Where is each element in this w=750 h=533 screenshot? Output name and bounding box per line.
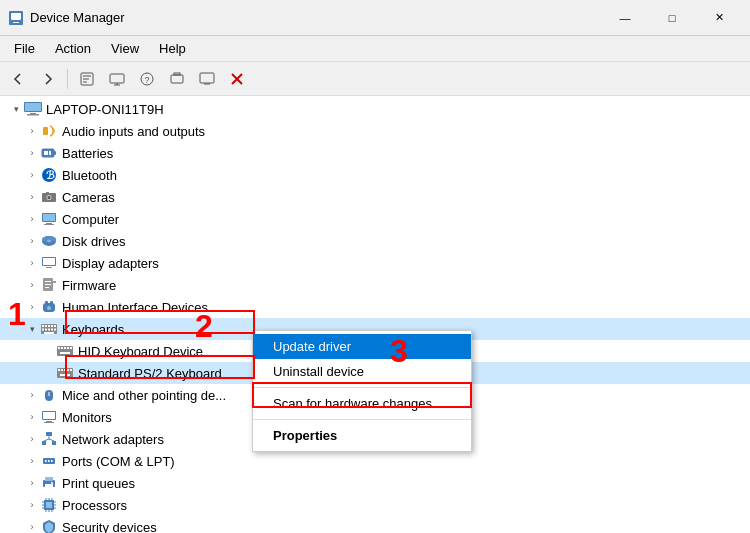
bluetooth-expand-icon[interactable]: ›	[24, 167, 40, 183]
app-icon	[8, 10, 24, 26]
context-separator	[253, 387, 471, 388]
svg-rect-7	[110, 74, 124, 83]
hid-expand-icon[interactable]: ›	[24, 299, 40, 315]
tree-item-firmware[interactable]: › Firmware	[0, 274, 750, 296]
audio-expand-icon[interactable]: ›	[24, 123, 40, 139]
computer-label: Computer	[62, 212, 119, 227]
annotation-2: 2	[195, 310, 213, 342]
svg-rect-54	[45, 325, 47, 327]
svg-rect-57	[54, 325, 56, 327]
properties-button[interactable]	[73, 66, 101, 92]
svg-rect-36	[44, 224, 54, 225]
update-driver-toolbar-button[interactable]	[103, 66, 131, 92]
mice-expand-icon[interactable]: ›	[24, 387, 40, 403]
audio-icon	[40, 123, 58, 139]
tree-item-bluetooth[interactable]: › ℬ Bluetooth	[0, 164, 750, 186]
security-expand-icon[interactable]: ›	[24, 519, 40, 533]
display-icon	[40, 255, 58, 271]
svg-line-89	[49, 439, 54, 441]
root-label: LAPTOP-ONI11T9H	[46, 102, 164, 117]
svg-rect-70	[60, 352, 70, 354]
batteries-expand-icon[interactable]: ›	[24, 145, 40, 161]
tree-item-audio[interactable]: › Audio inputs and outputs	[0, 120, 750, 142]
bluetooth-icon: ℬ	[40, 167, 58, 183]
ports-label: Ports (COM & LPT)	[62, 454, 175, 469]
remove-button[interactable]	[223, 66, 251, 92]
svg-rect-66	[61, 347, 63, 349]
keyboards-expand-icon[interactable]: ▾	[24, 321, 40, 337]
svg-rect-72	[58, 369, 60, 371]
firmware-icon	[40, 277, 58, 293]
svg-rect-44	[53, 281, 56, 283]
tree-item-processors[interactable]: › Proces	[0, 494, 750, 516]
tree-item-disk[interactable]: › Disk drives	[0, 230, 750, 252]
context-properties[interactable]: Properties	[253, 423, 471, 448]
help-button[interactable]: ?	[133, 66, 161, 92]
device-tree[interactable]: ▾ LAPTOP-ONI11T9H ›	[0, 96, 750, 533]
display-button[interactable]	[193, 66, 221, 92]
maximize-button[interactable]: □	[649, 3, 695, 33]
network-expand-icon[interactable]: ›	[24, 431, 40, 447]
context-uninstall-device[interactable]: Uninstall device	[253, 359, 471, 384]
svg-rect-74	[64, 369, 66, 371]
svg-rect-76	[70, 369, 72, 371]
back-button[interactable]	[4, 66, 32, 92]
processors-icon	[40, 497, 58, 513]
tree-item-ports[interactable]: › Ports (COM & LPT)	[0, 450, 750, 472]
context-scan-hardware[interactable]: Scan for hardware changes	[253, 391, 471, 416]
svg-text:ℬ: ℬ	[46, 169, 55, 181]
svg-rect-75	[67, 369, 69, 371]
tree-item-computer[interactable]: › Computer	[0, 208, 750, 230]
scan-button[interactable]	[163, 66, 191, 92]
svg-rect-60	[48, 329, 50, 331]
menu-action[interactable]: Action	[45, 39, 101, 58]
print-icon	[40, 475, 58, 491]
cameras-expand-icon[interactable]: ›	[24, 189, 40, 205]
svg-rect-41	[43, 258, 55, 265]
firmware-expand-icon[interactable]: ›	[24, 277, 40, 293]
tree-item-batteries[interactable]: › Batteries	[0, 142, 750, 164]
hid-keyboard-label: HID Keyboard Device	[78, 344, 203, 359]
svg-text:?: ?	[145, 75, 150, 85]
svg-rect-14	[200, 73, 214, 83]
minimize-button[interactable]: —	[602, 3, 648, 33]
menu-file[interactable]: File	[4, 39, 45, 58]
title-bar: Device Manager — □ ✕	[0, 0, 750, 36]
processors-expand-icon[interactable]: ›	[24, 497, 40, 513]
tree-item-print[interactable]: › Print queues	[0, 472, 750, 494]
tree-item-security[interactable]: › Security devices	[0, 516, 750, 533]
close-button[interactable]: ✕	[696, 3, 742, 33]
svg-rect-69	[70, 347, 72, 349]
ports-expand-icon[interactable]: ›	[24, 453, 40, 469]
svg-rect-61	[51, 329, 53, 331]
network-icon	[40, 431, 58, 447]
title-text: Device Manager	[30, 10, 125, 25]
std-keyboard-label: Standard PS/2 Keyboard	[78, 366, 222, 381]
monitors-icon	[40, 409, 58, 425]
display-expand-icon[interactable]: ›	[24, 255, 40, 271]
root-expand-icon[interactable]: ▾	[8, 101, 24, 117]
context-update-driver[interactable]: Update driver	[253, 334, 471, 359]
processors-label: Processors	[62, 498, 127, 513]
svg-rect-1	[11, 13, 21, 20]
svg-rect-68	[67, 347, 69, 349]
svg-rect-59	[45, 329, 47, 331]
svg-point-31	[48, 196, 51, 199]
svg-rect-58	[42, 329, 44, 331]
forward-button[interactable]	[34, 66, 62, 92]
menu-bar: File Action View Help	[0, 36, 750, 62]
tree-item-display[interactable]: › Display adapters	[0, 252, 750, 274]
hid-keyboard-expand-icon	[40, 343, 56, 359]
disk-expand-icon[interactable]: ›	[24, 233, 40, 249]
security-label: Security devices	[62, 520, 157, 534]
monitors-expand-icon[interactable]: ›	[24, 409, 40, 425]
batteries-icon	[40, 145, 58, 161]
tree-root[interactable]: ▾ LAPTOP-ONI11T9H	[0, 98, 750, 120]
tree-item-hid[interactable]: › Human Interface Devices	[0, 296, 750, 318]
menu-help[interactable]: Help	[149, 39, 196, 58]
svg-rect-25	[44, 151, 48, 155]
tree-item-cameras[interactable]: › Cameras	[0, 186, 750, 208]
computer-expand-icon[interactable]: ›	[24, 211, 40, 227]
menu-view[interactable]: View	[101, 39, 149, 58]
print-expand-icon[interactable]: ›	[24, 475, 40, 491]
